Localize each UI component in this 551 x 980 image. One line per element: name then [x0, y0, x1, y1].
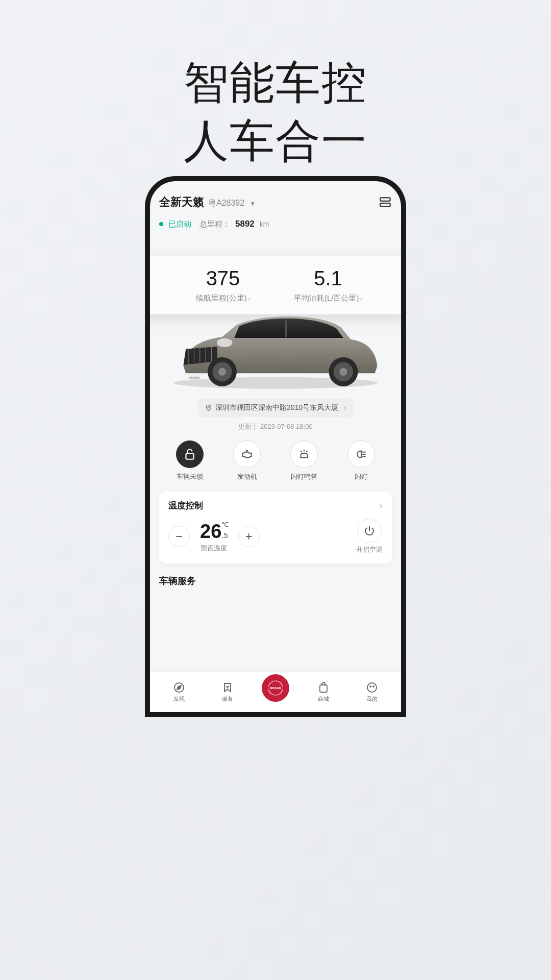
- chevron-right-icon[interactable]: ›: [379, 500, 383, 511]
- status-dot-icon: [159, 222, 163, 226]
- layout-toggle-icon[interactable]: [379, 195, 392, 209]
- services-title: 车辆服务: [159, 575, 392, 587]
- headlight-icon: [347, 440, 375, 468]
- flash-action[interactable]: 闪灯: [333, 440, 390, 481]
- svg-point-35: [367, 683, 377, 692]
- svg-text:NISSAN: NISSAN: [270, 687, 281, 690]
- flash-horn-icon: [290, 440, 318, 468]
- nav-shop-label: 商城: [299, 695, 347, 703]
- svg-point-37: [373, 686, 374, 687]
- svg-line-23: [301, 451, 302, 452]
- svg-point-36: [370, 686, 371, 687]
- location-pin-icon: [205, 404, 212, 411]
- engine-label: 发动机: [218, 472, 276, 481]
- temp-plus-button[interactable]: +: [238, 526, 260, 547]
- fuel-value: 5.1: [276, 267, 381, 289]
- quick-actions: 车辆未锁 发动机: [159, 440, 392, 481]
- car-selector[interactable]: 全新天籁 粤A28392 ▼: [159, 194, 256, 210]
- face-icon: [365, 681, 379, 694]
- svg-point-15: [217, 338, 232, 347]
- power-icon: [357, 519, 382, 543]
- mileage-unit: km: [260, 220, 269, 228]
- location-address: 深圳市福田区深南中路2010号东风大厦: [215, 403, 338, 412]
- temp-minus-button[interactable]: −: [168, 526, 190, 547]
- temperature-title: 温度控制: [168, 500, 203, 511]
- engine-action[interactable]: 发动机: [218, 440, 276, 481]
- chevron-down-icon: ▼: [249, 200, 256, 207]
- bookmark-icon: [221, 681, 234, 694]
- nav-mine-label: 我的: [348, 695, 396, 703]
- temperature-card: 温度控制 › − 26 ℃ .5: [159, 492, 392, 564]
- location-pill[interactable]: 深圳市福田区深南中路2010号东风大厦 ›: [198, 399, 353, 417]
- car-image: ALTIMA: [159, 301, 392, 395]
- flash-horn-label: 闪灯鸣笛: [276, 472, 333, 481]
- svg-rect-34: [320, 685, 327, 692]
- compass-icon: [172, 681, 186, 694]
- svg-rect-19: [186, 454, 193, 459]
- temp-unit: ℃: [221, 521, 229, 528]
- promo-line-2: 人车合一: [0, 112, 551, 170]
- chevron-right-icon: ›: [343, 404, 346, 412]
- svg-marker-30: [177, 685, 181, 690]
- bottom-nav: 发现 服务 NISSAN: [150, 671, 401, 712]
- promo-line-1: 智能车控: [0, 54, 551, 112]
- car-header: 全新天籁 粤A28392 ▼: [159, 194, 392, 210]
- phone-screen: 全新天籁 粤A28392 ▼ 已启动 总里程： 589: [150, 181, 401, 712]
- nav-shop[interactable]: 商城: [299, 681, 347, 703]
- svg-text:ALTIMA: ALTIMA: [189, 376, 199, 379]
- car-plate: 粤A28392: [208, 198, 244, 209]
- shopping-bag-icon: [317, 681, 330, 694]
- nav-mine[interactable]: 我的: [348, 681, 396, 703]
- lock-action[interactable]: 车辆未锁: [161, 440, 218, 481]
- ac-toggle[interactable]: 开启空调: [356, 519, 383, 554]
- nav-service[interactable]: 服务: [203, 681, 251, 703]
- car-name: 全新天籁: [159, 194, 204, 210]
- chevron-right-icon: ›: [248, 295, 251, 303]
- nav-service-label: 服务: [203, 695, 251, 703]
- lock-label: 车辆未锁: [161, 472, 218, 481]
- temp-display: 26 ℃ .5 预设温度: [200, 521, 228, 553]
- nav-discover[interactable]: 发现: [155, 681, 203, 703]
- status-text: 已启动: [168, 219, 191, 229]
- nav-discover-label: 发现: [155, 695, 203, 703]
- range-label: 续航里程(公里) ›: [196, 293, 251, 303]
- flash-label: 闪灯: [333, 472, 390, 481]
- unlock-icon: [176, 440, 204, 468]
- svg-rect-3: [285, 320, 287, 337]
- svg-point-6: [218, 368, 226, 376]
- svg-rect-0: [380, 198, 390, 201]
- temp-caption: 预设温度: [200, 544, 228, 553]
- svg-point-18: [208, 406, 210, 408]
- range-value: 375: [170, 267, 276, 289]
- temp-value-sub: .5: [221, 531, 228, 540]
- update-time: 更新于 2023-07-08 18:00: [159, 422, 392, 431]
- nissan-logo-icon: NISSAN: [262, 674, 289, 702]
- ac-label: 开启空调: [356, 545, 383, 554]
- promo-title: 智能车控 人车合一: [0, 0, 551, 170]
- flash-horn-action[interactable]: 闪灯鸣笛: [276, 440, 333, 481]
- stats-card: 375 续航里程(公里) › 5.1 平均油耗(L/百公里) ›: [150, 256, 401, 314]
- nav-center[interactable]: NISSAN: [252, 678, 299, 706]
- fuel-stat[interactable]: 5.1 平均油耗(L/百公里) ›: [276, 267, 381, 303]
- phone-frame: 全新天籁 粤A28392 ▼ 已启动 总里程： 589: [145, 176, 406, 717]
- chevron-right-icon: ›: [360, 295, 362, 303]
- range-stat[interactable]: 375 续航里程(公里) ›: [170, 267, 276, 303]
- svg-point-9: [339, 368, 347, 376]
- mileage-label: 总里程：: [199, 219, 230, 229]
- fuel-label: 平均油耗(L/百公里) ›: [294, 293, 362, 303]
- svg-line-24: [306, 451, 307, 452]
- status-row: 已启动 总里程： 5892 km: [159, 219, 392, 229]
- svg-rect-1: [380, 203, 390, 207]
- engine-icon: [233, 440, 261, 468]
- temp-value-main: 26: [200, 521, 221, 543]
- mileage-value: 5892: [235, 219, 255, 229]
